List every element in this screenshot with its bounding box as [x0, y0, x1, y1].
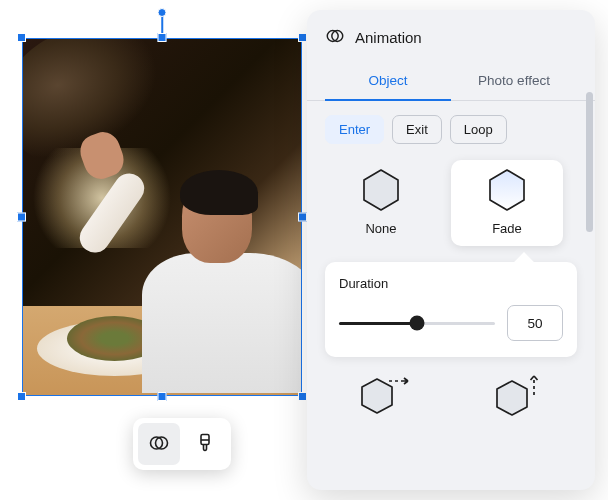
animation-option-slide[interactable]: [359, 373, 411, 421]
chip-enter[interactable]: Enter: [325, 115, 384, 144]
resize-handle-br[interactable]: [298, 392, 307, 401]
slider-thumb[interactable]: [410, 316, 425, 331]
resize-handle-tl[interactable]: [17, 33, 26, 42]
duration-controls: [339, 305, 563, 341]
hexagon-icon: [361, 168, 401, 212]
panel-body: Enter Exit Loop None Fade Duration: [307, 101, 595, 485]
svg-marker-8: [497, 381, 527, 415]
svg-marker-6: [490, 170, 524, 210]
panel-tabs: Object Photo effect: [307, 63, 595, 101]
tab-photo-effect[interactable]: Photo effect: [451, 63, 577, 100]
selected-image-frame[interactable]: [22, 38, 302, 396]
overlap-circles-icon: [325, 26, 345, 49]
more-animations-row: [325, 373, 577, 421]
rotate-stem: [161, 16, 163, 34]
brush-tool-button[interactable]: [184, 423, 226, 465]
chef-photo[interactable]: [22, 38, 302, 396]
duration-label: Duration: [339, 276, 563, 291]
chip-exit[interactable]: Exit: [392, 115, 442, 144]
timing-chips: Enter Exit Loop: [325, 115, 577, 144]
animation-panel: Animation Object Photo effect Enter Exit…: [307, 10, 595, 490]
duration-slider[interactable]: [339, 313, 495, 333]
photo-chef: [112, 158, 302, 358]
resize-handle-bl[interactable]: [17, 392, 26, 401]
overlap-circles-icon: [148, 432, 170, 457]
resize-handle-l[interactable]: [17, 213, 26, 222]
animation-label: None: [365, 221, 396, 236]
resize-handle-t[interactable]: [158, 33, 167, 42]
svg-marker-5: [364, 170, 398, 210]
panel-scrollbar[interactable]: [586, 92, 593, 232]
floating-toolbar: [133, 418, 231, 470]
svg-marker-7: [362, 379, 392, 413]
panel-title: Animation: [355, 29, 422, 46]
duration-card: Duration: [325, 262, 577, 357]
resize-handle-r[interactable]: [298, 213, 307, 222]
duration-input[interactable]: [507, 305, 563, 341]
animation-option-none[interactable]: None: [325, 160, 437, 246]
animation-option-rise[interactable]: [492, 373, 544, 421]
tab-object[interactable]: Object: [325, 63, 451, 100]
animate-tool-button[interactable]: [138, 423, 180, 465]
resize-handle-tr[interactable]: [298, 33, 307, 42]
animation-options: None Fade: [325, 160, 577, 246]
animation-option-fade[interactable]: Fade: [451, 160, 563, 246]
slider-fill: [339, 322, 417, 325]
hexagon-fade-icon: [487, 168, 527, 212]
paintbrush-icon: [194, 432, 216, 457]
animation-label: Fade: [492, 221, 522, 236]
resize-handle-b[interactable]: [158, 392, 167, 401]
rotate-handle[interactable]: [158, 8, 167, 17]
chip-loop[interactable]: Loop: [450, 115, 507, 144]
panel-header: Animation: [307, 26, 595, 63]
